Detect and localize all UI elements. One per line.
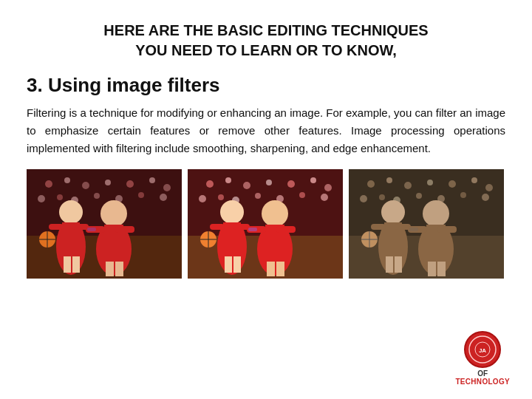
svg-point-84 [360,195,367,202]
svg-point-29 [100,200,127,227]
basketball-svg-2 [188,169,343,279]
svg-text:JA: JA [479,347,486,354]
svg-rect-96 [384,243,402,258]
svg-rect-70 [265,247,284,263]
svg-point-11 [57,194,63,200]
logo-seal: JA [463,330,502,369]
svg-point-18 [59,200,83,224]
svg-rect-110 [409,228,418,231]
svg-point-53 [321,194,328,201]
svg-rect-35 [115,262,123,276]
svg-rect-73 [248,228,257,231]
svg-rect-61 [233,256,241,273]
svg-rect-109 [437,262,446,276]
svg-rect-33 [104,247,123,263]
svg-point-90 [482,194,489,201]
svg-point-103 [423,200,449,227]
svg-point-6 [105,180,111,185]
svg-point-10 [38,195,45,202]
svg-rect-24 [72,256,80,273]
svg-point-44 [287,180,295,188]
svg-point-42 [243,182,250,189]
svg-rect-69 [276,226,296,233]
svg-point-78 [386,177,392,183]
svg-rect-97 [386,256,393,273]
svg-rect-107 [426,247,446,263]
title-line1: HERE ARE THE BASIC EDITING TECHNIQUES [27,21,505,41]
svg-point-89 [460,192,466,198]
svg-point-9 [163,184,171,191]
svg-point-52 [299,192,305,198]
svg-rect-108 [428,262,436,276]
svg-point-66 [262,200,288,227]
svg-rect-32 [115,226,134,233]
svg-point-81 [449,180,456,188]
logo-of: OF [477,369,488,378]
svg-rect-60 [225,256,232,273]
svg-rect-59 [223,243,241,258]
title-block: HERE ARE THE BASIC EDITING TECHNIQUES YO… [27,21,505,61]
svg-point-50 [255,193,261,199]
logo-block: JA OF TECHNOLOGY [455,330,510,386]
svg-point-15 [138,192,144,198]
image-filtered [188,169,343,279]
svg-point-55 [220,200,244,224]
svg-point-80 [427,180,433,185]
svg-rect-71 [267,262,275,276]
svg-point-77 [367,180,375,188]
svg-point-46 [324,184,332,191]
svg-point-87 [416,193,422,199]
svg-point-13 [94,193,100,199]
logo-svg: JA [463,330,502,369]
title-line2: YOU NEED TO LEARN OR TO KNOW, [27,41,505,61]
svg-rect-106 [437,226,457,233]
svg-point-82 [471,177,477,183]
svg-rect-36 [87,228,96,231]
svg-point-8 [149,177,155,183]
svg-point-85 [379,194,385,200]
svg-rect-98 [395,256,402,273]
svg-rect-23 [64,256,71,273]
svg-point-3 [45,180,52,188]
svg-rect-34 [106,262,114,276]
svg-rect-57 [210,224,225,230]
logo-technology: TECHNOLOGY [455,378,510,386]
svg-rect-94 [371,224,386,230]
svg-point-7 [126,180,134,188]
svg-point-41 [225,177,231,183]
section-heading: 3. Using image filters [27,74,505,97]
svg-point-92 [381,200,405,224]
svg-point-40 [206,180,214,188]
image-sepia [349,169,504,279]
svg-rect-20 [49,224,64,230]
body-paragraph: Filtering is a technique for modifying o… [27,104,505,157]
svg-point-4 [64,177,70,183]
images-row [27,169,505,279]
page-container: HERE ARE THE BASIC EDITING TECHNIQUES YO… [0,0,532,399]
svg-point-83 [485,184,493,191]
svg-point-45 [310,177,316,183]
svg-point-43 [266,180,272,185]
svg-point-47 [199,195,206,202]
svg-point-5 [82,182,89,189]
basketball-svg-1 [27,169,182,279]
svg-point-16 [160,194,167,201]
svg-point-79 [404,182,412,189]
image-original [27,169,182,279]
svg-rect-72 [276,262,284,276]
svg-rect-22 [62,243,80,258]
svg-point-48 [218,194,224,200]
basketball-svg-3 [349,169,504,279]
